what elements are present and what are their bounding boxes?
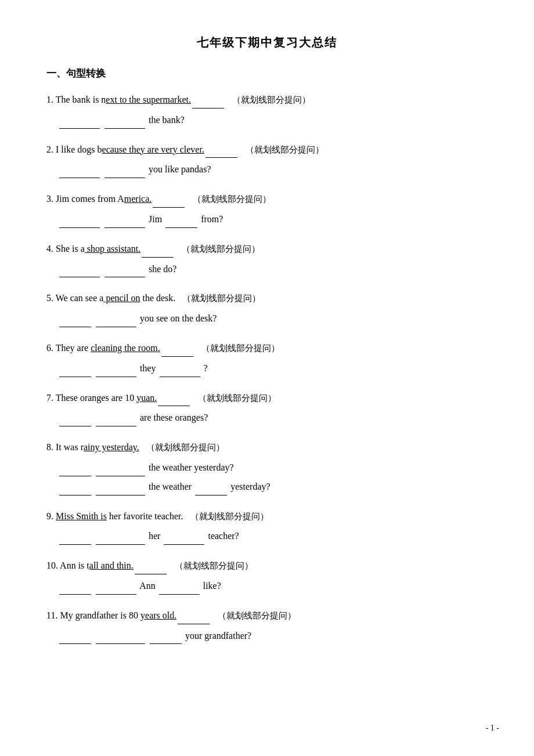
q9-ans-blank1 — [59, 544, 91, 545]
q4-underline: shop assistant. — [85, 244, 140, 254]
question-line-6: 6. They are cleaning the room. （就划线部分提问） — [46, 340, 488, 357]
question-line-2: 2. I like dogs because they are very cle… — [46, 142, 488, 158]
q6-ans-blank2 — [96, 377, 136, 377]
q6-ans-blank3 — [160, 377, 200, 377]
q6-ans-text2: ? — [204, 363, 208, 373]
q6-ans-text1: they — [140, 363, 158, 373]
question-block-5: 5. We can see a pencil on the desk. （就划线… — [46, 290, 488, 327]
q10-note: （就划线部分提问） — [175, 561, 253, 570]
q2-blank-main — [205, 157, 237, 158]
q2-prefix: 2. I like dogs b — [46, 144, 102, 154]
q7-underline: yuan. — [136, 393, 157, 403]
question-line-8: 8. It was rainy yesterday. （就划线部分提问） — [46, 439, 488, 456]
q5-answer: you see on the desk? — [58, 310, 488, 327]
question-block-10: 10. Ann is tall and thin. （就划线部分提问） Ann … — [46, 558, 488, 595]
q9-ans-blank3 — [164, 544, 204, 545]
q3-note: （就划线部分提问） — [193, 194, 271, 204]
q5-prefix: 5. We can see a — [46, 293, 103, 303]
q4-ans-blank1 — [59, 277, 100, 277]
question-line-11: 11. My grandfather is 80 years old. （就划线… — [46, 607, 488, 624]
q11-blank-main — [178, 624, 210, 624]
q11-underline: years old. — [140, 610, 176, 620]
q5-ans-blank1 — [59, 327, 91, 327]
q7-blank-main — [158, 406, 190, 406]
q5-underline: pencil on — [103, 293, 140, 303]
q10-ans-blank2 — [96, 594, 136, 595]
q3-ans-text2: from? — [201, 214, 223, 224]
q6-note: （就划线部分提问） — [201, 343, 280, 353]
q6-answer: they ? — [58, 360, 488, 377]
q1-ans-text: the bank? — [149, 115, 185, 125]
q8-answer1: the weather yesterday? — [58, 460, 488, 476]
q10-prefix: 10. Ann is t — [46, 560, 89, 570]
q3-answer: Jim from? — [58, 211, 488, 228]
q6-ans-blank1 — [59, 377, 91, 377]
question-block-1: 1. The bank is next to the supermarket. … — [46, 92, 488, 129]
q8-ans1-text: the weather yesterday? — [149, 462, 234, 472]
q4-prefix: 4. She is a — [46, 244, 85, 254]
question-line-1: 1. The bank is next to the supermarket. … — [46, 92, 488, 108]
question-block-11: 11. My grandfather is 80 years old. （就划线… — [46, 607, 488, 645]
q1-underline: ext to the supermarket. — [106, 95, 191, 104]
q4-ans-blank2 — [104, 277, 145, 277]
q11-ans-blank1 — [59, 643, 91, 644]
q9-underline: Miss Smith is — [56, 511, 107, 521]
q8-ans2-text1: the weather — [149, 482, 194, 491]
question-block-8: 8. It was rainy yesterday. （就划线部分提问） the… — [46, 439, 488, 495]
q11-ans-blank2 — [96, 643, 145, 644]
q11-prefix: 11. My grandfather is 80 — [46, 610, 140, 620]
q6-blank-main — [161, 356, 193, 357]
q2-answer: you like pandas? — [58, 161, 488, 178]
q8-ans2-text2: yesterday? — [230, 482, 270, 491]
page-number: - 1 - — [486, 724, 499, 733]
question-line-4: 4. She is a shop assistant. （就划线部分提问） — [46, 241, 488, 258]
question-line-3: 3. Jim comes from America. （就划线部分提问） — [46, 191, 488, 208]
q5-note: （就划线部分提问） — [182, 294, 261, 303]
q11-note: （就划线部分提问） — [218, 611, 296, 620]
q11-ans-blank3 — [150, 643, 182, 644]
q8-ans1-blank1 — [59, 476, 91, 476]
q3-blank-main — [153, 207, 185, 208]
q9-note: （就划线部分提问） — [190, 512, 269, 521]
q2-ans-blank2 — [104, 178, 145, 178]
q7-ans-text: are these oranges? — [140, 413, 208, 422]
question-block-6: 6. They are cleaning the room. （就划线部分提问）… — [46, 340, 488, 377]
q3-ans-blank2 — [104, 227, 145, 228]
q10-ans-text1: Ann — [139, 581, 158, 591]
q7-ans-blank2 — [96, 426, 136, 426]
q10-answer: Ann like? — [58, 578, 488, 595]
q11-ans-text: your grandfather? — [185, 631, 251, 641]
question-line-10: 10. Ann is tall and thin. （就划线部分提问） — [46, 558, 488, 574]
q2-ans-blank1 — [59, 178, 100, 178]
q1-blank-main — [192, 108, 224, 108]
q8-prefix: 8. It was r — [46, 442, 84, 452]
q2-ans-text: you like pandas? — [149, 164, 211, 174]
q6-underline: cleaning the room. — [91, 343, 160, 353]
q8-ans2-blank1 — [59, 495, 91, 495]
q3-underline: merica. — [124, 194, 152, 204]
q4-blank-main — [142, 257, 174, 258]
q8-ans2-blank3 — [195, 495, 227, 495]
section-title: 一、句型转换 — [46, 67, 488, 80]
q2-underline: ecause they are very clever. — [102, 144, 204, 154]
q5-ans-text: you see on the desk? — [140, 313, 217, 323]
q8-answer2: the weather yesterday? — [58, 479, 488, 495]
question-block-4: 4. She is a shop assistant. （就划线部分提问） sh… — [46, 241, 488, 278]
q10-underline: all and thin. — [89, 560, 134, 570]
q1-ans-blank2 — [104, 128, 145, 129]
q9-prefix: 9. — [46, 511, 56, 521]
q4-note: （就划线部分提问） — [182, 244, 260, 254]
q8-underline: ainy yesterday. — [84, 442, 139, 452]
q3-ans-text1: Jim — [149, 214, 164, 224]
q10-ans-blank1 — [59, 594, 91, 595]
q3-ans-blank3 — [165, 227, 197, 228]
q1-answer: the bank? — [58, 112, 488, 129]
q1-prefix: 1. The bank is n — [46, 95, 106, 104]
q1-ans-blank1 — [59, 128, 100, 129]
q7-ans-blank1 — [59, 426, 91, 426]
q3-ans-blank1 — [59, 227, 100, 228]
q8-note: （就划线部分提问） — [146, 443, 225, 452]
q9-ans-text1: her — [149, 531, 163, 541]
q9-ans-text2: teacher? — [208, 531, 239, 541]
question-block-7: 7. These oranges are 10 yuan. （就划线部分提问） … — [46, 390, 488, 427]
